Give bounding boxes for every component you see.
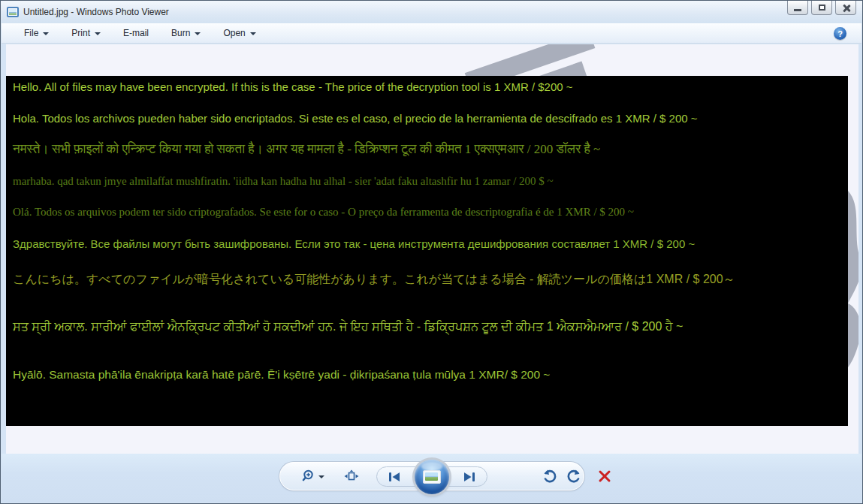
menu-print[interactable]: Print	[62, 26, 110, 41]
note-line: Hola. Todos los archivos pueden haber si…	[13, 112, 698, 125]
menu-open[interactable]: Open	[214, 26, 264, 41]
minimize-icon	[794, 9, 801, 11]
note-line: ਸਤ ਸ੍ਰੀ ਅਕਾਲ. ਸਾਰੀਆਂ ਫਾਈਲਾਂ ਐਨਕ੍ਰਿਪਟ ਕੀਤ…	[13, 320, 683, 333]
note-line: Hello. All of files may have been encryp…	[13, 80, 573, 93]
chevron-down-icon	[43, 32, 49, 35]
chevron-down-icon	[95, 32, 101, 35]
viewer-toolbar	[279, 462, 584, 490]
restore-button[interactable]	[811, 1, 832, 15]
note-line: नमस्ते। सभी फ़ाइलों को एन्क्रिप्ट किया ग…	[13, 142, 600, 157]
note-line: marhaba. qad takun jmye almilaffat mushf…	[13, 175, 554, 188]
menu-file[interactable]: File	[15, 26, 58, 41]
window-controls	[787, 1, 856, 15]
zoom-icon	[301, 469, 316, 484]
restore-icon	[819, 5, 825, 11]
next-icon	[463, 472, 476, 482]
previous-button[interactable]	[388, 472, 401, 482]
actual-size-button[interactable]	[344, 469, 359, 483]
menu-open-label: Open	[223, 28, 245, 38]
rotate-counterclockwise-icon	[542, 469, 557, 484]
close-icon	[842, 4, 850, 12]
window-title: Untitled.jpg - Windows Photo Viewer	[23, 7, 169, 17]
menu-email[interactable]: E-mail	[114, 26, 158, 41]
zoom-button[interactable]	[301, 469, 324, 484]
delete-icon	[598, 469, 611, 483]
menu-file-label: File	[24, 28, 38, 38]
menu-print-label: Print	[71, 28, 90, 38]
help-icon[interactable]: ?	[834, 27, 846, 40]
chevron-down-icon	[250, 32, 256, 35]
rotate-counterclockwise-button[interactable]	[542, 469, 557, 484]
rotate-clockwise-button[interactable]	[566, 469, 581, 484]
delete-button[interactable]	[598, 469, 611, 483]
ransom-note-image: Hello. All of files may have been encryp…	[6, 76, 848, 426]
play-slideshow-button[interactable]	[415, 460, 449, 494]
navigation-group	[376, 466, 487, 487]
menu-burn[interactable]: Burn	[162, 26, 210, 41]
note-line: Olá. Todos os arquivos podem ter sido cr…	[13, 206, 634, 219]
note-line: こんにちは。すべてのファイルが暗号化されている可能性があります。これが当てはまる…	[13, 272, 735, 288]
next-button[interactable]	[463, 472, 476, 482]
chevron-down-icon	[318, 475, 324, 478]
note-line: Hyālō. Samasta phā'ila ēnakripṭa karā ha…	[13, 368, 550, 382]
chevron-down-icon	[195, 32, 201, 35]
actual-size-icon	[344, 469, 359, 483]
title-bar: Untitled.jpg - Windows Photo Viewer	[1, 1, 862, 23]
bottom-chrome	[2, 454, 861, 502]
previous-icon	[388, 472, 401, 482]
play-slideshow-icon	[423, 470, 441, 484]
minimize-button[interactable]	[787, 1, 808, 15]
menu-burn-label: Burn	[171, 28, 190, 38]
close-button[interactable]	[835, 1, 856, 15]
menu-email-label: E-mail	[123, 28, 149, 38]
photo-canvas: Hello. All of files may have been encryp…	[6, 44, 858, 455]
photo-viewer-window: Untitled.jpg - Windows Photo Viewer File…	[0, 0, 863, 504]
photo-viewer-app-icon	[7, 7, 19, 17]
menu-bar: File Print E-mail Burn Open ?	[2, 23, 861, 44]
note-line: Здравствуйте. Все файлы могут быть зашиф…	[13, 237, 695, 250]
rotate-clockwise-icon	[566, 469, 581, 484]
